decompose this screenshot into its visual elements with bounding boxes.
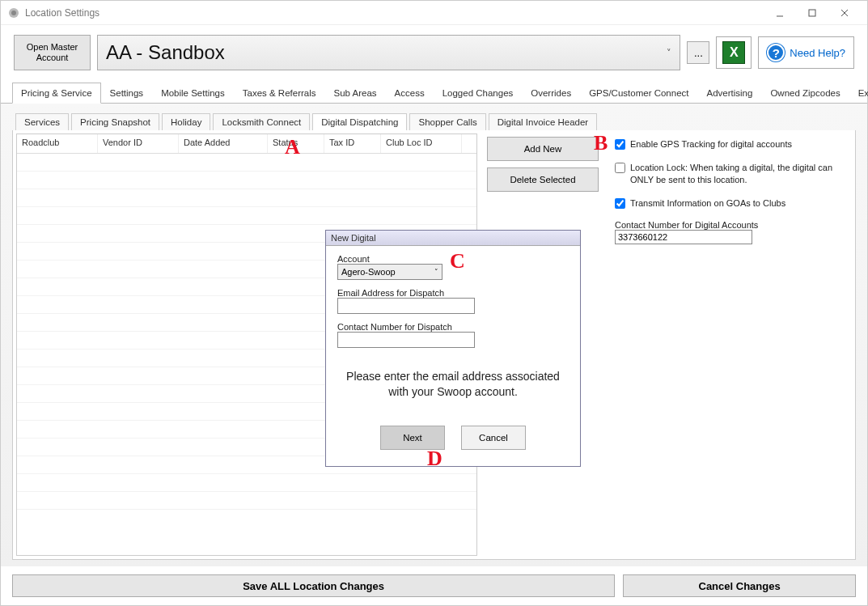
main-tab-owned-zipcodes[interactable]: Owned Zipcodes xyxy=(761,83,849,104)
svg-point-1 xyxy=(11,11,16,15)
transmit-goa-label: Transmit Information on GOAs to Clubs xyxy=(630,197,785,210)
location-lock-checkbox[interactable] xyxy=(615,163,625,173)
table-row[interactable] xyxy=(17,207,476,225)
column-header[interactable]: Status xyxy=(268,134,324,153)
contact-number-input[interactable] xyxy=(615,230,752,244)
main-tab-overrides[interactable]: Overrides xyxy=(522,83,580,104)
account-select[interactable]: Agero-Swoop ˅ xyxy=(337,264,442,280)
sub-tab-digital-invoice-header[interactable]: Digital Invoice Header xyxy=(489,113,598,130)
account-select-value: Agero-Swoop xyxy=(341,267,396,277)
help-button[interactable]: ? Need Help? xyxy=(758,36,854,69)
delete-selected-button[interactable]: Delete Selected xyxy=(487,167,599,192)
table-row[interactable] xyxy=(17,492,476,510)
account-name: AA - Sandbox xyxy=(106,41,225,64)
more-button[interactable]: ... xyxy=(687,41,709,64)
main-tab-strip: Pricing & ServiceSettingsMobile Settings… xyxy=(1,77,867,104)
main-tab-sub-areas[interactable]: Sub Areas xyxy=(325,83,386,104)
titlebar: Location Settings xyxy=(1,1,867,25)
contact-number-label: Contact Number for Digital Accounts xyxy=(615,220,845,230)
chevron-down-icon: ˅ xyxy=(667,48,671,58)
sub-tab-pricing-snapshot[interactable]: Pricing Snapshot xyxy=(71,113,159,130)
maximize-button[interactable] xyxy=(796,2,828,24)
add-new-button[interactable]: Add New xyxy=(487,137,599,161)
main-tab-access[interactable]: Access xyxy=(386,83,434,104)
sub-tab-locksmith-connect[interactable]: Locksmith Connect xyxy=(213,113,310,130)
main-tab-pricing-service[interactable]: Pricing & Service xyxy=(12,83,101,104)
sub-tab-shopper-calls[interactable]: Shopper Calls xyxy=(409,113,485,130)
svg-rect-3 xyxy=(809,10,815,16)
help-label: Need Help? xyxy=(790,47,845,59)
main-tab-mobile-settings[interactable]: Mobile Settings xyxy=(152,83,234,104)
open-master-account-button[interactable]: Open Master Account xyxy=(14,35,91,70)
sub-tab-services[interactable]: Services xyxy=(15,113,69,130)
column-header[interactable]: Date Added xyxy=(179,134,268,153)
dialog-message: Please enter the email address associate… xyxy=(337,356,569,406)
dispatch-email-input[interactable] xyxy=(337,298,475,314)
sub-tab-strip: ServicesPricing SnapshotHolidayLocksmith… xyxy=(12,110,856,130)
digital-settings-panel: Enable GPS Tracking for digital accounts… xyxy=(608,133,852,556)
minimize-button[interactable] xyxy=(764,2,796,24)
dispatch-email-label: Email Address for Dispatch xyxy=(337,288,569,298)
export-excel-button[interactable]: X xyxy=(716,36,752,69)
cancel-changes-button[interactable]: Cancel Changes xyxy=(623,574,856,597)
dialog-title: New Digital xyxy=(326,231,580,246)
sub-tab-digital-dispatching[interactable]: Digital Dispatching xyxy=(312,113,407,130)
column-header[interactable]: Tax ID xyxy=(324,134,381,153)
close-button[interactable] xyxy=(828,2,861,24)
help-icon: ? xyxy=(767,44,785,61)
location-lock-label: Location Lock: When taking a digital, th… xyxy=(630,162,845,186)
main-tab-external-integrations[interactable]: External Integrations xyxy=(849,83,868,104)
main-tab-settings[interactable]: Settings xyxy=(101,83,153,104)
app-icon xyxy=(7,6,20,19)
save-all-button[interactable]: Save ALL Location Changes xyxy=(12,574,615,597)
dispatch-contact-input[interactable] xyxy=(337,332,475,348)
cancel-button[interactable]: Cancel xyxy=(461,426,526,450)
column-header[interactable]: Club Loc ID xyxy=(381,134,462,153)
main-tab-logged-changes[interactable]: Logged Changes xyxy=(434,83,523,104)
excel-icon: X xyxy=(722,41,745,64)
enable-gps-checkbox[interactable] xyxy=(615,139,625,150)
table-row[interactable] xyxy=(17,154,476,172)
account-label: Account xyxy=(337,254,569,264)
column-header[interactable]: Vendor ID xyxy=(98,134,179,153)
toolbar: Open Master Account AA - Sandbox ˅ ... X… xyxy=(1,25,867,77)
table-row[interactable] xyxy=(17,474,476,492)
grid-header: RoadclubVendor IDDate AddedStatusTax IDC… xyxy=(17,134,476,154)
main-tab-gps-customer-connect[interactable]: GPS/Customer Connect xyxy=(580,83,697,104)
account-selector[interactable]: AA - Sandbox ˅ xyxy=(97,35,680,70)
window-title: Location Settings xyxy=(25,7,100,19)
chevron-down-icon: ˅ xyxy=(434,268,438,276)
main-tab-advertising[interactable]: Advertising xyxy=(698,83,762,104)
bottom-action-bar: Save ALL Location Changes Cancel Changes xyxy=(1,566,867,605)
table-row[interactable] xyxy=(17,189,476,207)
new-digital-dialog: New Digital Account Agero-Swoop ˅ Email … xyxy=(325,230,581,467)
table-row[interactable] xyxy=(17,172,476,189)
column-header[interactable]: Roadclub xyxy=(17,134,98,153)
main-tab-taxes-referrals[interactable]: Taxes & Referrals xyxy=(234,83,325,104)
next-button[interactable]: Next xyxy=(380,426,445,450)
sub-tab-holiday[interactable]: Holiday xyxy=(162,113,210,130)
enable-gps-label: Enable GPS Tracking for digital accounts xyxy=(630,138,792,150)
dispatch-contact-label: Contact Number for Dispatch xyxy=(337,322,569,332)
transmit-goa-checkbox[interactable] xyxy=(615,198,625,209)
